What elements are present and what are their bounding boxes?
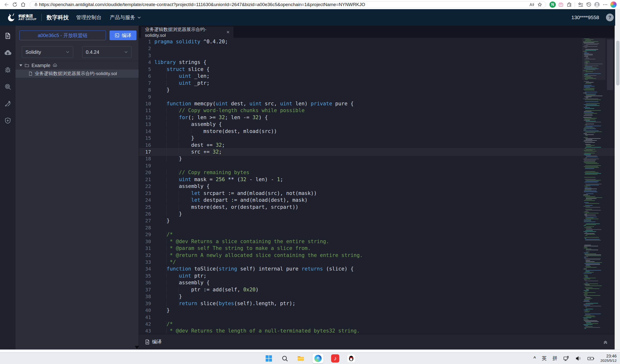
code-line[interactable]: 16 dest += 32; <box>139 142 615 148</box>
editor-tab[interactable]: 业务逻辑数据浏览器展示合约-solidity.sol × <box>141 27 233 38</box>
code-line[interactable]: 9 <box>139 93 615 100</box>
lock-icon[interactable] <box>33 0 39 9</box>
speaker-icon[interactable] <box>575 355 581 362</box>
code-line[interactable]: 40 } <box>139 307 615 314</box>
refresh-icon[interactable] <box>11 0 19 9</box>
language-select[interactable]: Solidity <box>22 46 73 58</box>
code-line[interactable]: 31 * @param self The string to make a sl… <box>139 245 615 252</box>
display-device-icon[interactable] <box>563 355 569 362</box>
code-line[interactable]: 18 } <box>139 155 615 162</box>
code-line[interactable]: 43 * @dev Returns the length of a null-t… <box>139 327 615 334</box>
compile-bar-label[interactable]: 编译 <box>152 339 162 345</box>
battery-icon[interactable] <box>587 355 595 362</box>
code-line[interactable]: 35 uint ptr; <box>139 273 615 279</box>
search-icon[interactable] <box>280 354 289 363</box>
nav-products[interactable]: 产品与服务 <box>110 14 141 21</box>
code-line[interactable]: 20 // Copy remaining bytes <box>139 169 615 176</box>
code-line[interactable]: 17 src += 32; <box>139 148 615 155</box>
code-line[interactable]: 21 uint mask = 256 ** (32 - len) - 1; <box>139 176 615 183</box>
tray-expand-chevron[interactable]: ^ <box>533 356 536 361</box>
code-line[interactable]: 25 mstore(dest, or(destpart, srcpart)) <box>139 204 615 210</box>
code-line[interactable]: 38 } <box>139 293 615 300</box>
code-line[interactable]: 4library strings { <box>139 59 615 66</box>
qq-icon[interactable] <box>347 354 356 363</box>
code-line[interactable]: 41 <box>139 314 615 321</box>
favorite-star-icon[interactable] <box>536 0 544 9</box>
code-line[interactable]: 29 /* <box>139 231 615 238</box>
profile-avatar-icon[interactable] <box>593 0 601 9</box>
code-line[interactable]: 15 } <box>139 135 615 141</box>
code-line[interactable]: 28 <box>139 224 615 231</box>
extensions-puzzle-icon[interactable] <box>565 0 573 9</box>
security-shield-icon[interactable] <box>3 116 12 125</box>
read-aloud-icon[interactable] <box>527 0 536 9</box>
caret-down-icon[interactable] <box>19 64 22 66</box>
nav-console[interactable]: 管理控制台 <box>76 14 102 21</box>
file-explorer-icon[interactable] <box>296 354 305 363</box>
code-line[interactable]: 1pragma solidity ^0.4.20; <box>139 38 615 45</box>
code-line[interactable]: 10 function memcpy(uint dest, uint src, … <box>139 100 615 107</box>
url-text[interactable]: https://openchain.antdigital.com/cloudid… <box>39 1 527 8</box>
tab-close-icon[interactable]: × <box>226 29 230 35</box>
code-line[interactable]: 37 ptr := add(self, 0x20) <box>139 286 615 293</box>
code-line[interactable]: 12 for(; len >= 32; len -= 32) { <box>139 114 615 121</box>
ime-pinyin[interactable]: 拼 <box>552 355 557 362</box>
history-icon[interactable] <box>585 0 593 9</box>
code-line[interactable]: 19 <box>139 162 615 169</box>
code-line[interactable]: 26 } <box>139 210 615 217</box>
code-line[interactable]: 34 function toSlice(string self) interna… <box>139 265 615 272</box>
debug-bug-icon[interactable] <box>3 65 12 74</box>
code-line[interactable]: 23 let srcpart := and(mload(src), not(ma… <box>139 190 615 197</box>
minimap[interactable] <box>583 38 604 334</box>
edge-browser-icon[interactable] <box>312 354 324 363</box>
code-line[interactable]: 22 assembly { <box>139 183 615 190</box>
page-scrollbar-thumb[interactable] <box>616 41 620 86</box>
chain-select-button[interactable]: a00e36c5 - 开放联盟链 <box>19 30 106 40</box>
tree-file-solidity[interactable]: 业务逻辑数据浏览器展示合约-solidity.sol <box>16 70 139 78</box>
start-button-icon[interactable] <box>264 354 273 363</box>
code-line[interactable]: 24 let destpart := and(mload(dest), mask… <box>139 197 615 204</box>
line-content: let destpart := and(mload(dest), mask) <box>155 197 308 204</box>
code-line[interactable]: 42 /* <box>139 321 615 327</box>
editor-scrollbar-thumb[interactable] <box>607 39 613 90</box>
copilot-icon[interactable] <box>609 0 618 9</box>
code-line[interactable]: 11 // Copy word-length chunks while poss… <box>139 107 615 114</box>
clock[interactable]: 23:46 2025/5/12 <box>600 354 617 363</box>
version-select[interactable]: 0.4.24 <box>82 46 132 58</box>
cloud-upload-icon[interactable] <box>3 48 12 57</box>
tv-extension-icon[interactable] <box>557 0 565 9</box>
code-line[interactable]: 3 <box>139 52 615 59</box>
more-options-icon[interactable] <box>601 0 609 9</box>
back-icon[interactable] <box>2 0 11 9</box>
compile-button-top[interactable]: 编译 <box>109 30 137 40</box>
tools-icon[interactable] <box>3 99 12 108</box>
code-line[interactable]: 39 return slice(bytes(self).length, ptr)… <box>139 300 615 307</box>
code-line[interactable]: 2 <box>139 45 615 52</box>
help-button[interactable]: ? <box>606 14 614 21</box>
scan-bug-icon[interactable] <box>3 82 12 91</box>
code-line[interactable]: 33 */ <box>139 259 615 265</box>
code-line[interactable]: 27 } <box>139 217 615 224</box>
resize-handle[interactable] <box>135 346 139 349</box>
ime-english[interactable]: 英 <box>542 355 547 362</box>
code-line[interactable]: 8 } <box>139 87 615 93</box>
code-line[interactable]: 7 uint _ptr; <box>139 80 615 87</box>
files-icon[interactable] <box>3 31 12 40</box>
expand-panel-icon[interactable] <box>603 339 608 345</box>
address-bar[interactable]: https://openchain.antdigital.com/cloudid… <box>30 1 546 8</box>
code-line[interactable]: 36 assembly { <box>139 279 615 286</box>
code-line[interactable]: 30 * @dev Returns a slice containing the… <box>139 238 615 245</box>
code-line[interactable]: 6 uint _len; <box>139 73 615 79</box>
collections-icon[interactable] <box>576 0 585 9</box>
code-line[interactable]: 14 mstore(dest, mload(src)) <box>139 128 615 135</box>
code-line[interactable]: 32 * @return A newly allocated slice con… <box>139 252 615 259</box>
netease-music-icon[interactable]: ♪ <box>331 354 340 363</box>
account-phone[interactable]: 130****9558 <box>572 15 599 20</box>
n-extension-icon[interactable]: N <box>548 0 557 9</box>
home-icon[interactable] <box>19 0 27 9</box>
page-scrollbar[interactable] <box>615 9 620 349</box>
code-line[interactable]: 13 assembly { <box>139 121 615 128</box>
code-line[interactable]: 5 struct slice { <box>139 66 615 73</box>
antgroup-logo-icon <box>6 12 16 23</box>
tree-folder-example[interactable]: Example <box>16 61 139 70</box>
